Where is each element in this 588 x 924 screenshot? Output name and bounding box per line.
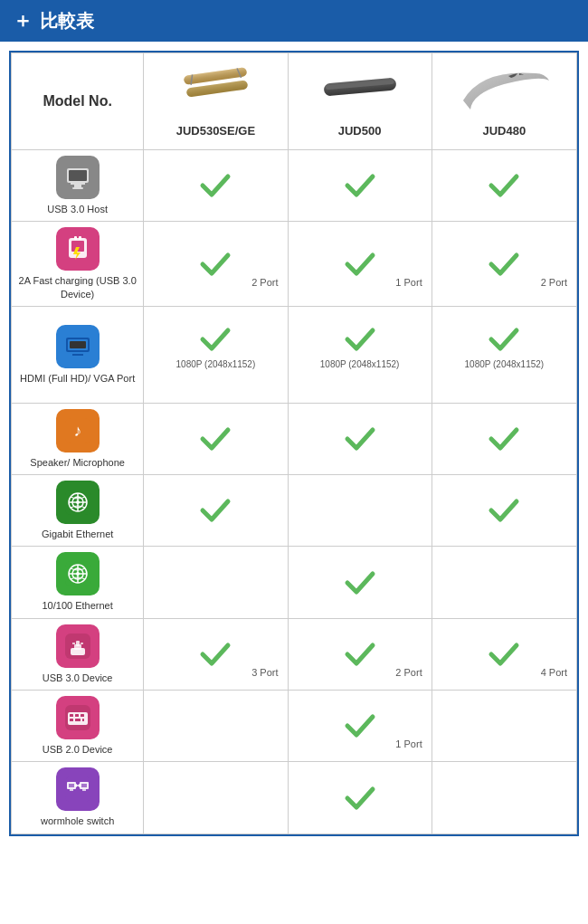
checkmark-icon [342,246,378,282]
feature-label-10100: 10/100 Ethernet [42,599,112,612]
svg-rect-24 [72,354,83,356]
check-jud500-speaker [288,403,432,474]
header-row: Model No. [12,53,577,150]
port-note: 2 Port [541,277,567,288]
checkmark-icon [197,246,233,282]
svg-rect-10 [69,170,87,181]
check-jud530-speaker [144,403,288,474]
port-note: 1 Port [395,277,422,288]
svg-rect-13 [72,187,83,189]
svg-rect-42 [76,641,80,646]
table-row: 2A Fast charging (USB 3.0 Device) 2 Port… [12,222,577,307]
check-jud480-10100-empty [432,547,576,618]
check-jud500-10100 [288,547,432,618]
svg-rect-17 [79,236,81,240]
hdmi-note-jud500: 1080P (2048x1152) [320,359,400,369]
product-header-jud480: JUD480 [432,53,576,150]
product-image-jud480 [454,64,554,117]
checkmark-icon [197,421,233,457]
feature-label-usb30device: USB 3.0 Device [43,672,113,684]
product-name-jud480: JUD480 [483,124,526,138]
check-jud530-2a: 2 Port [144,222,288,307]
table-row: USB 3.0 Device 3 Port 2 Port 4 Port [12,618,577,690]
checkmark-icon [486,246,522,282]
check-jud480-wormhole-empty [432,762,576,834]
svg-rect-44 [81,643,83,644]
header: ＋ 比較表 [0,0,588,42]
table-wrapper: Model No. [9,51,579,836]
svg-rect-52 [82,719,84,721]
feature-usb30device: USB 3.0 Device [12,618,144,690]
table-row: wormhole switch [12,762,577,834]
check-jud480-usb30host [432,150,576,222]
check-jud480-usb20device-empty [432,691,576,762]
feature-label-usb20device: USB 2.0 Device [43,743,113,756]
check-jud480-usb30device: 4 Port [432,618,576,690]
product-image-jud530 [170,64,261,117]
check-jud500-usb30device: 2 Port [288,618,432,690]
table-row: USB 2.0 Device 1 Port [12,691,577,762]
checkmark-icon [342,708,378,744]
check-jud500-hdmi: 1080P (2048x1152) [288,306,432,403]
feature-usb20device: USB 2.0 Device [12,691,144,762]
checkmark-icon [197,636,233,672]
product-name-jud530: JUD530SE/GE [176,124,255,138]
svg-rect-43 [72,643,75,644]
10100-icon [56,552,100,595]
svg-text:♪: ♪ [73,422,81,440]
table-row: HDMI (Full HD)/ VGA Port 1080P (2048x115… [12,306,577,403]
usb30device-icon [56,624,100,668]
usb20device-icon [56,696,100,739]
check-jud500-gigabit-empty [288,475,432,547]
product-header-jud500: JUD500 [288,53,432,150]
table-row: USB 3.0 Host [12,150,577,222]
hdmi-note-jud480: 1080P (2048x1152) [465,359,545,369]
check-jud480-2a: 2 Port [432,222,576,307]
model-label: Model No. [43,93,111,109]
checkmark-icon [342,565,378,601]
hdmi-icon [56,325,100,368]
check-jud500-wormhole [288,762,432,834]
checkmark-icon [486,321,522,357]
svg-rect-12 [74,185,81,187]
check-jud480-hdmi: 1080P (2048x1152) [432,306,576,403]
check-jud530-usb30host [144,150,288,222]
feature-label-usb30host: USB 3.0 Host [47,203,108,215]
header-plus-icon: ＋ [13,7,33,34]
wormhole-icon [56,767,100,811]
svg-rect-50 [70,719,73,721]
check-jud530-wormhole-empty [144,762,288,834]
feature-gigabit: Gigabit Ethernet [12,475,144,547]
svg-rect-51 [75,719,81,721]
checkmark-icon [342,636,378,672]
usb30host-icon [56,156,100,199]
svg-rect-47 [70,714,73,717]
check-jud530-usb20device-empty [144,691,288,762]
feature-label-speaker: Speaker/ Microphone [30,456,125,469]
feature-hdmi: HDMI (Full HD)/ VGA Port [12,306,144,403]
svg-rect-55 [69,784,74,787]
checkmark-icon [342,780,378,816]
feature-label-2a-charging: 2A Fast charging (USB 3.0 Device) [17,274,138,300]
svg-rect-62 [82,789,86,791]
model-label-cell: Model No. [12,53,144,150]
feature-usb30host: USB 3.0 Host [12,150,144,222]
check-jud500-usb20device: 1 Port [288,691,432,762]
checkmark-icon [342,321,378,357]
port-note: 1 Port [395,738,422,749]
check-jud530-hdmi: 1080P (2048x1152) [144,306,288,403]
checkmark-icon [197,492,233,529]
header-title: 比較表 [40,9,94,33]
product-image-jud500 [315,64,405,117]
checkmark-icon [486,492,522,529]
svg-rect-21 [70,341,86,348]
feature-label-gigabit: Gigabit Ethernet [42,528,114,540]
svg-rect-11 [71,183,85,185]
checkmark-icon [342,421,378,457]
check-jud480-gigabit [432,475,576,547]
svg-rect-48 [75,714,79,717]
check-jud500-usb30host [288,150,432,222]
port-note: 2 Port [395,667,422,678]
feature-speaker: ♪ Speaker/ Microphone [12,403,144,474]
svg-rect-61 [70,789,73,791]
